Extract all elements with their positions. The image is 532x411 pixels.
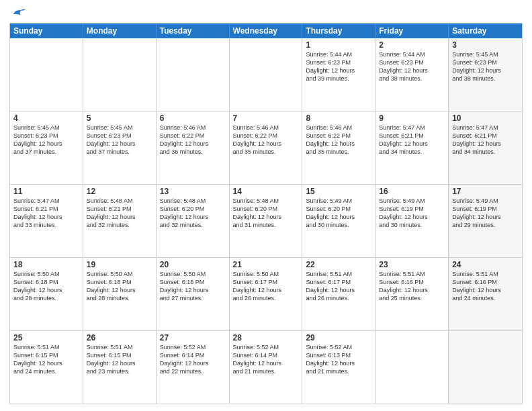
day-number: 27 [160,333,226,342]
calendar-header-day: Saturday [449,24,522,38]
calendar-cell: 26Sunrise: 5:51 AM Sunset: 6:15 PM Dayli… [83,331,157,404]
day-info: Sunrise: 5:50 AM Sunset: 6:18 PM Dayligh… [160,270,226,303]
calendar-cell: 12Sunrise: 5:48 AM Sunset: 6:21 PM Dayli… [83,185,157,257]
calendar-cell [375,331,449,404]
day-number: 28 [233,333,299,342]
day-number: 22 [306,260,371,269]
day-number: 24 [452,260,519,269]
day-number: 6 [160,113,226,123]
calendar-row: 4Sunrise: 5:45 AM Sunset: 6:23 PM Daylig… [10,111,522,184]
calendar-cell: 2Sunrise: 5:44 AM Sunset: 6:23 PM Daylig… [375,38,449,111]
calendar-cell: 29Sunrise: 5:52 AM Sunset: 6:13 PM Dayli… [302,331,375,404]
calendar-header-day: Thursday [302,24,375,38]
calendar: SundayMondayTuesdayWednesdayThursdayFrid… [9,23,523,404]
day-number: 21 [233,260,299,269]
calendar-cell: 18Sunrise: 5:50 AM Sunset: 6:18 PM Dayli… [10,258,83,330]
day-number: 7 [233,113,299,123]
day-info: Sunrise: 5:49 AM Sunset: 6:19 PM Dayligh… [452,197,519,230]
calendar-cell: 21Sunrise: 5:50 AM Sunset: 6:17 PM Dayli… [230,258,303,330]
day-info: Sunrise: 5:50 AM Sunset: 6:17 PM Dayligh… [233,270,299,303]
calendar-cell: 3Sunrise: 5:45 AM Sunset: 6:23 PM Daylig… [449,38,522,111]
day-info: Sunrise: 5:51 AM Sunset: 6:15 PM Dayligh… [13,343,79,376]
calendar-row: 11Sunrise: 5:47 AM Sunset: 6:21 PM Dayli… [10,184,522,257]
day-number: 2 [379,40,445,50]
day-info: Sunrise: 5:49 AM Sunset: 6:20 PM Dayligh… [306,197,371,230]
calendar-body: 1Sunrise: 5:44 AM Sunset: 6:23 PM Daylig… [10,38,522,404]
day-info: Sunrise: 5:52 AM Sunset: 6:14 PM Dayligh… [160,343,226,376]
day-info: Sunrise: 5:51 AM Sunset: 6:16 PM Dayligh… [452,270,519,303]
calendar-cell [230,38,303,111]
calendar-cell: 23Sunrise: 5:51 AM Sunset: 6:16 PM Dayli… [375,258,449,330]
calendar-row: 25Sunrise: 5:51 AM Sunset: 6:15 PM Dayli… [10,330,522,404]
calendar-cell: 28Sunrise: 5:52 AM Sunset: 6:14 PM Dayli… [230,331,303,404]
day-info: Sunrise: 5:48 AM Sunset: 6:20 PM Dayligh… [160,197,226,230]
day-info: Sunrise: 5:44 AM Sunset: 6:23 PM Dayligh… [306,50,371,83]
calendar-cell: 20Sunrise: 5:50 AM Sunset: 6:18 PM Dayli… [157,258,230,330]
logo [9,7,26,19]
calendar-cell: 6Sunrise: 5:46 AM Sunset: 6:22 PM Daylig… [157,111,230,184]
day-info: Sunrise: 5:46 AM Sunset: 6:22 PM Dayligh… [233,124,299,156]
calendar-cell: 1Sunrise: 5:44 AM Sunset: 6:23 PM Daylig… [302,38,375,111]
calendar-cell [449,331,522,404]
day-number: 13 [160,187,226,196]
calendar-header-day: Tuesday [157,24,230,38]
header [9,7,523,19]
day-info: Sunrise: 5:46 AM Sunset: 6:22 PM Dayligh… [306,124,371,156]
calendar-cell: 8Sunrise: 5:46 AM Sunset: 6:22 PM Daylig… [302,111,375,184]
day-info: Sunrise: 5:50 AM Sunset: 6:18 PM Dayligh… [13,270,79,303]
day-number: 25 [13,333,79,342]
day-number: 29 [306,333,371,342]
day-info: Sunrise: 5:51 AM Sunset: 6:15 PM Dayligh… [87,343,152,376]
day-number: 10 [452,113,519,123]
calendar-cell: 27Sunrise: 5:52 AM Sunset: 6:14 PM Dayli… [157,331,230,404]
day-number: 26 [87,333,152,342]
day-number: 19 [87,260,152,269]
calendar-header-day: Wednesday [230,24,303,38]
day-info: Sunrise: 5:51 AM Sunset: 6:16 PM Dayligh… [379,270,445,303]
day-info: Sunrise: 5:52 AM Sunset: 6:14 PM Dayligh… [233,343,299,376]
day-info: Sunrise: 5:49 AM Sunset: 6:19 PM Dayligh… [379,197,445,230]
calendar-cell: 9Sunrise: 5:47 AM Sunset: 6:21 PM Daylig… [375,111,449,184]
calendar-cell: 17Sunrise: 5:49 AM Sunset: 6:19 PM Dayli… [449,185,522,257]
day-number: 12 [87,187,152,196]
day-number: 15 [306,187,371,196]
calendar-cell: 25Sunrise: 5:51 AM Sunset: 6:15 PM Dayli… [10,331,83,404]
calendar-cell: 10Sunrise: 5:47 AM Sunset: 6:21 PM Dayli… [449,111,522,184]
day-number: 8 [306,113,371,123]
calendar-header-day: Monday [83,24,157,38]
day-number: 5 [87,113,152,123]
day-info: Sunrise: 5:45 AM Sunset: 6:23 PM Dayligh… [87,124,152,156]
day-number: 4 [13,113,79,123]
calendar-cell [10,38,83,111]
calendar-row: 1Sunrise: 5:44 AM Sunset: 6:23 PM Daylig… [10,38,522,111]
calendar-cell [83,38,157,111]
calendar-cell: 13Sunrise: 5:48 AM Sunset: 6:20 PM Dayli… [157,185,230,257]
day-info: Sunrise: 5:48 AM Sunset: 6:21 PM Dayligh… [87,197,152,230]
calendar-row: 18Sunrise: 5:50 AM Sunset: 6:18 PM Dayli… [10,257,522,330]
calendar-cell: 19Sunrise: 5:50 AM Sunset: 6:18 PM Dayli… [83,258,157,330]
day-number: 18 [13,260,79,269]
day-info: Sunrise: 5:47 AM Sunset: 6:21 PM Dayligh… [452,124,519,156]
day-number: 14 [233,187,299,196]
logo-bird-icon [11,7,26,19]
day-info: Sunrise: 5:50 AM Sunset: 6:18 PM Dayligh… [87,270,152,303]
calendar-header: SundayMondayTuesdayWednesdayThursdayFrid… [10,24,522,38]
calendar-cell: 11Sunrise: 5:47 AM Sunset: 6:21 PM Dayli… [10,185,83,257]
day-info: Sunrise: 5:44 AM Sunset: 6:23 PM Dayligh… [379,50,445,83]
calendar-cell: 7Sunrise: 5:46 AM Sunset: 6:22 PM Daylig… [230,111,303,184]
day-number: 11 [13,187,79,196]
calendar-cell: 4Sunrise: 5:45 AM Sunset: 6:23 PM Daylig… [10,111,83,184]
day-info: Sunrise: 5:45 AM Sunset: 6:23 PM Dayligh… [13,124,79,156]
calendar-cell: 16Sunrise: 5:49 AM Sunset: 6:19 PM Dayli… [375,185,449,257]
calendar-cell: 14Sunrise: 5:48 AM Sunset: 6:20 PM Dayli… [230,185,303,257]
day-info: Sunrise: 5:47 AM Sunset: 6:21 PM Dayligh… [13,197,79,230]
calendar-header-day: Friday [375,24,449,38]
calendar-cell: 15Sunrise: 5:49 AM Sunset: 6:20 PM Dayli… [302,185,375,257]
calendar-cell: 24Sunrise: 5:51 AM Sunset: 6:16 PM Dayli… [449,258,522,330]
day-number: 1 [306,40,371,50]
day-number: 20 [160,260,226,269]
day-info: Sunrise: 5:48 AM Sunset: 6:20 PM Dayligh… [233,197,299,230]
day-info: Sunrise: 5:51 AM Sunset: 6:17 PM Dayligh… [306,270,371,303]
day-info: Sunrise: 5:46 AM Sunset: 6:22 PM Dayligh… [160,124,226,156]
calendar-cell: 22Sunrise: 5:51 AM Sunset: 6:17 PM Dayli… [302,258,375,330]
